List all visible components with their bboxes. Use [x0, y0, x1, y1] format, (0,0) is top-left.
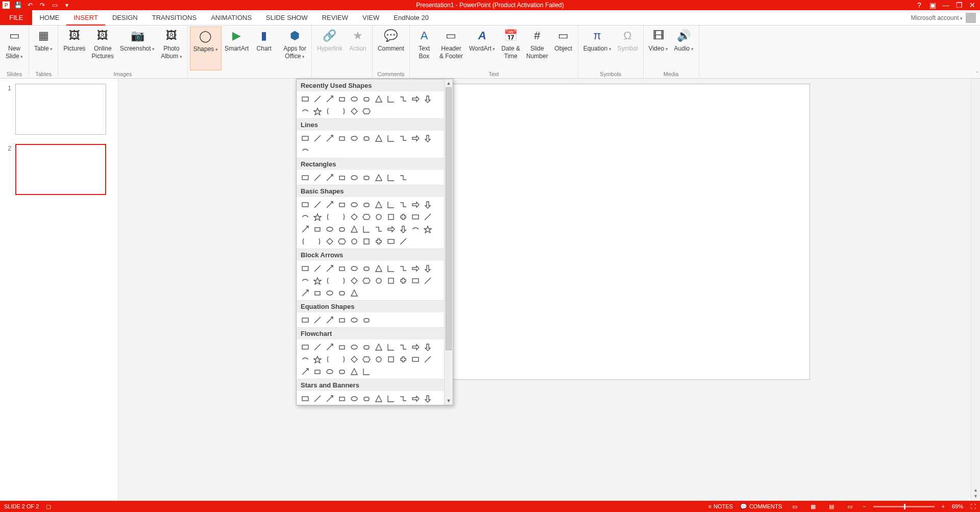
avatar[interactable] [966, 13, 976, 23]
shape-option[interactable] [385, 199, 396, 210]
spell-check-icon[interactable]: ▢ [46, 503, 51, 510]
start-from-beginning-icon[interactable]: ▭ [50, 1, 59, 10]
shape-option[interactable] [336, 172, 347, 183]
shape-option[interactable] [300, 366, 310, 377]
shape-option[interactable] [422, 199, 433, 210]
shape-option[interactable] [324, 354, 335, 364]
shape-option[interactable] [349, 393, 359, 404]
scrollbar-thumb[interactable] [446, 87, 452, 350]
scroll-up-icon[interactable]: ▲ [445, 79, 453, 87]
shape-option[interactable] [349, 275, 359, 286]
shape-option[interactable] [422, 224, 433, 234]
shape-option[interactable] [324, 199, 335, 210]
help-icon[interactable]: ? [915, 1, 924, 10]
shape-option[interactable] [410, 224, 421, 234]
shape-option[interactable] [312, 263, 323, 274]
shape-option[interactable] [336, 211, 347, 222]
scroll-down-icon[interactable]: ▼ [445, 397, 453, 405]
shape-option[interactable] [324, 224, 335, 234]
shape-option[interactable] [361, 275, 372, 286]
shape-option[interactable] [300, 106, 310, 116]
tab-review[interactable]: REVIEW [315, 10, 355, 25]
wordart-button[interactable]: A WordArt [466, 27, 498, 70]
shape-option[interactable] [361, 366, 372, 377]
shape-option[interactable] [361, 211, 372, 222]
shape-option[interactable] [422, 211, 433, 222]
shape-option[interactable] [349, 342, 359, 352]
shape-option[interactable] [361, 106, 372, 116]
shape-option[interactable] [398, 354, 408, 364]
object-button[interactable]: ▭ Object [551, 27, 576, 70]
online-pictures-button[interactable]: 🖼 Online Pictures [89, 27, 117, 70]
shape-option[interactable] [373, 263, 384, 274]
shape-option[interactable] [336, 199, 347, 210]
undo-icon[interactable]: ↶ [26, 1, 35, 10]
tab-home[interactable]: HOME [32, 10, 66, 25]
shape-option[interactable] [300, 199, 310, 210]
shape-option[interactable] [324, 366, 335, 377]
shape-option[interactable] [349, 106, 359, 116]
shape-option[interactable] [349, 211, 359, 222]
shape-option[interactable] [373, 275, 384, 286]
shape-option[interactable] [410, 133, 421, 143]
shape-option[interactable] [312, 236, 323, 247]
prev-slide-icon[interactable]: ▲ [973, 487, 978, 493]
comment-button[interactable]: 💬 Comment [375, 27, 407, 70]
shape-option[interactable] [410, 393, 421, 404]
shape-option[interactable] [349, 287, 359, 298]
zoom-out-icon[interactable]: − [863, 503, 866, 509]
shape-option[interactable] [410, 199, 421, 210]
shape-option[interactable] [422, 393, 433, 404]
shape-option[interactable] [422, 275, 433, 286]
shape-option[interactable] [336, 263, 347, 274]
thumbnail-slide-1[interactable] [15, 84, 106, 135]
smartart-button[interactable]: ▶ SmartArt [222, 27, 252, 70]
shape-option[interactable] [422, 133, 433, 143]
shape-option[interactable] [349, 93, 359, 104]
shape-option[interactable] [349, 224, 359, 234]
ribbon-display-options-icon[interactable]: ▣ [928, 1, 937, 10]
shape-option[interactable] [398, 263, 408, 274]
shape-option[interactable] [336, 354, 347, 364]
shape-option[interactable] [300, 172, 310, 183]
tab-view[interactable]: VIEW [355, 10, 386, 25]
shape-option[interactable] [373, 236, 384, 247]
shape-option[interactable] [410, 342, 421, 352]
shape-option[interactable] [422, 93, 433, 104]
shape-option[interactable] [385, 224, 396, 234]
shape-option[interactable] [373, 199, 384, 210]
shape-option[interactable] [373, 342, 384, 352]
zoom-in-icon[interactable]: + [942, 503, 945, 509]
shape-option[interactable] [312, 93, 323, 104]
shape-option[interactable] [336, 224, 347, 234]
video-button[interactable]: 🎞 Video [646, 27, 671, 70]
shape-option[interactable] [349, 199, 359, 210]
tab-file[interactable]: FILE [0, 10, 32, 25]
restore-icon[interactable]: ❐ [954, 1, 964, 10]
shape-option[interactable] [410, 354, 421, 364]
shape-option[interactable] [300, 354, 310, 364]
tab-insert[interactable]: INSERT [66, 10, 105, 26]
shape-option[interactable] [312, 199, 323, 210]
shape-option[interactable] [300, 287, 310, 298]
shape-option[interactable] [398, 211, 408, 222]
shape-option[interactable] [422, 354, 433, 364]
photo-album-button[interactable]: 🖼 Photo Album [158, 27, 185, 70]
comments-button[interactable]: 💬 COMMENTS [740, 503, 782, 510]
shape-option[interactable] [336, 106, 347, 116]
shape-option[interactable] [398, 275, 408, 286]
shape-option[interactable] [398, 133, 408, 143]
pictures-button[interactable]: 🖼 Pictures [60, 27, 88, 70]
shape-option[interactable] [422, 342, 433, 352]
table-button[interactable]: ▦ Table [31, 27, 56, 70]
shape-option[interactable] [398, 172, 408, 183]
shape-option[interactable] [373, 354, 384, 364]
date-time-button[interactable]: 📅 Date & Time [498, 27, 523, 70]
thumbnail-slide-2[interactable] [15, 144, 106, 195]
zoom-level[interactable]: 69% [952, 503, 963, 509]
shape-option[interactable] [336, 287, 347, 298]
shape-option[interactable] [398, 236, 408, 247]
shape-option[interactable] [336, 236, 347, 247]
shape-option[interactable] [324, 314, 335, 325]
account-label[interactable]: Microsoft account [911, 14, 963, 21]
